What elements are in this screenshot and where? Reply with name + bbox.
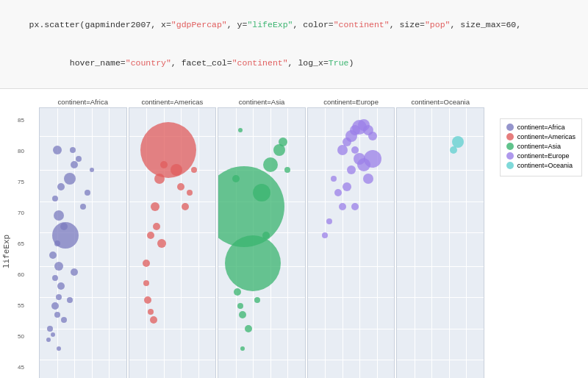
code-func: px.scatter(gapminder2007, x= xyxy=(29,20,171,29)
legend-item-2: continent=Asia xyxy=(506,143,576,150)
grid-line-v xyxy=(377,108,378,379)
legend-item-0: continent=Africa xyxy=(506,124,576,131)
bubble-0-9 xyxy=(57,282,65,290)
bubble-3-11 xyxy=(363,174,373,184)
bubble-1-12 xyxy=(144,296,151,304)
chart-area: lifeExp 85 80 75 70 65 60 55 50 45 40 co… xyxy=(0,89,588,379)
facet-3: continent=Europe1k5k²10k²50k²100kgdpPerc… xyxy=(306,96,396,379)
grid-line-h xyxy=(397,297,484,298)
bubble-3-16 xyxy=(334,189,342,196)
grid-line-h xyxy=(308,202,395,202)
grid-line-v xyxy=(431,108,432,379)
grid-line-v xyxy=(109,108,110,379)
bubble-0-12 xyxy=(54,312,60,318)
grid-line-h xyxy=(129,329,216,329)
bubble-1-16 xyxy=(157,239,166,248)
bubble-3-18 xyxy=(326,218,332,224)
grid-line-h xyxy=(129,360,216,360)
bubble-2-6 xyxy=(279,138,287,146)
bubble-0-7 xyxy=(54,262,63,271)
bubble-2-12 xyxy=(254,297,260,303)
bubble-1-7 xyxy=(177,183,184,190)
bubble-0-20 xyxy=(57,346,61,351)
bubble-2-11 xyxy=(245,325,252,332)
bubble-1-6 xyxy=(171,164,182,176)
grid-line-v xyxy=(198,108,199,379)
bubble-1-10 xyxy=(191,167,197,173)
bubble-0-17 xyxy=(47,326,53,332)
bubble-3-5 xyxy=(368,132,377,140)
facet-plot-3 xyxy=(307,107,395,379)
y-axis-label: lifeExp xyxy=(0,96,16,379)
legend-label-4: continent=Oceania xyxy=(517,162,573,169)
bubble-0-1 xyxy=(57,183,65,190)
legend-dot-0 xyxy=(506,124,514,131)
facet-title-2: continent=Asia xyxy=(217,96,306,106)
bubble-0-14 xyxy=(64,173,76,185)
legend-item-4: continent=Oceania xyxy=(506,162,576,169)
bubble-3-20 xyxy=(364,150,381,168)
facet-title-4: continent=Oceania xyxy=(395,96,485,106)
bubble-3-7 xyxy=(337,145,348,155)
bubble-2-8 xyxy=(234,288,241,296)
bubble-2-2 xyxy=(225,235,281,291)
bubble-0-16 xyxy=(76,156,82,162)
bubble-0-21 xyxy=(61,317,67,323)
bubble-1-0 xyxy=(143,260,150,267)
facets-container: continent=Africa1k5k²10k²50k²100kgdpPerc… xyxy=(38,96,485,379)
grid-line-h xyxy=(397,232,484,233)
bubble-4-1 xyxy=(450,146,457,154)
grid-line-v xyxy=(92,108,93,379)
facet-plot-4 xyxy=(396,107,484,379)
bubble-1-15 xyxy=(153,223,160,230)
grid-line-h xyxy=(308,232,395,233)
bubble-0-3 xyxy=(54,210,64,221)
legend-label-2: continent=Asia xyxy=(517,143,561,150)
bubble-0-11 xyxy=(51,302,59,310)
grid-line-h xyxy=(397,266,484,267)
code-header: px.scatter(gapminder2007, x="gdpPercap",… xyxy=(0,0,588,89)
bubble-3-19 xyxy=(322,232,328,238)
bubble-0-27 xyxy=(70,147,76,153)
facet-title-0: continent=Africa xyxy=(38,96,128,106)
grid-line-h xyxy=(397,329,484,329)
code-line-2: hover_name="country", facet_col="contine… xyxy=(9,44,579,82)
bubble-0-2 xyxy=(52,196,58,202)
bubble-1-1 xyxy=(147,232,154,239)
bubble-1-5 xyxy=(140,122,196,178)
bubble-1-14 xyxy=(150,316,157,324)
grid-line-h xyxy=(40,360,126,360)
bubble-3-12 xyxy=(347,165,356,174)
y-ticks: 85 80 75 70 65 60 55 50 45 40 xyxy=(18,117,24,379)
legend-label-0: continent=Africa xyxy=(517,124,565,131)
bubble-0-6 xyxy=(49,252,57,259)
grid-line-h xyxy=(218,329,305,329)
bubble-1-8 xyxy=(182,203,189,210)
bubble-1-11 xyxy=(143,280,149,286)
legend-dot-3 xyxy=(506,152,514,160)
grid-line-v xyxy=(359,108,360,379)
bubble-0-23 xyxy=(71,268,78,276)
grid-line-h xyxy=(40,202,126,202)
grid-line-v xyxy=(325,108,326,379)
legend-label-3: continent=Europe xyxy=(517,152,570,160)
bubble-2-13 xyxy=(262,232,270,239)
grid-line-h xyxy=(40,136,126,137)
bubble-2-9 xyxy=(237,303,243,309)
grid-line-h xyxy=(218,360,305,360)
grid-line-h xyxy=(397,360,484,360)
grid-line-h xyxy=(129,202,216,202)
grid-line-h xyxy=(218,297,305,298)
bubble-1-2 xyxy=(151,202,159,211)
bubble-3-14 xyxy=(351,203,359,210)
grid-line-h xyxy=(308,360,395,360)
legend-label-1: continent=Americas xyxy=(517,133,576,140)
grid-line-v xyxy=(466,108,467,379)
legend-item-1: continent=Americas xyxy=(506,133,576,140)
bubble-0-19 xyxy=(46,338,51,342)
bubble-0-24 xyxy=(80,204,86,210)
legend: continent=Africacontinent=Americascontin… xyxy=(500,118,582,176)
facet-0: continent=Africa1k5k²10k²50k²100kgdpPerc… xyxy=(38,96,128,379)
bubble-0-22 xyxy=(67,297,73,303)
bubble-0-10 xyxy=(56,294,62,300)
